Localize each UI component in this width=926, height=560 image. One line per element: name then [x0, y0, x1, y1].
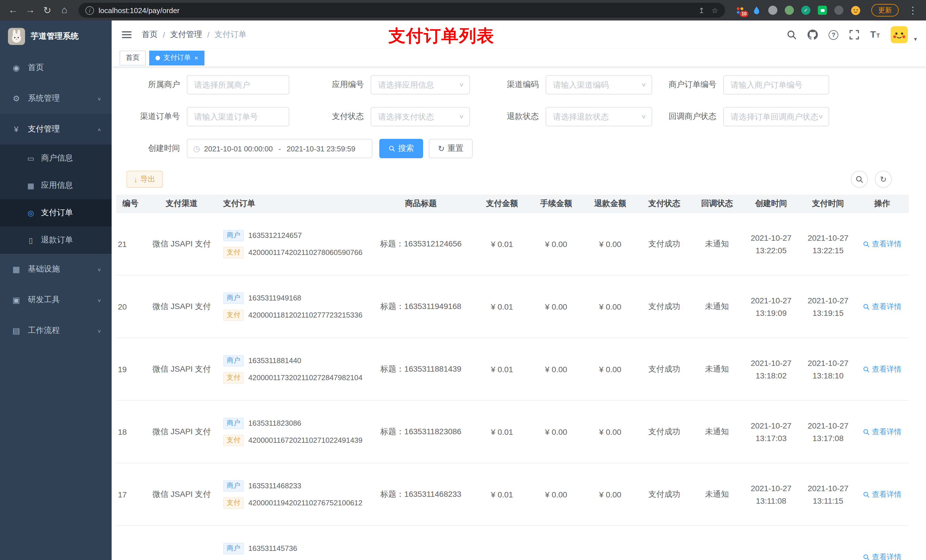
pay-status-select[interactable]: ∨ — [371, 107, 470, 126]
sidebar-item-label: 退款订单 — [41, 235, 73, 245]
address-bar[interactable]: i localhost:1024/pay/order ↥ ☆ — [79, 3, 725, 18]
sidebar-item-app-info[interactable]: ▦ 应用信息 — [0, 172, 112, 199]
extension-drop-icon[interactable] — [750, 5, 762, 16]
channel-code-filter-label: 渠道编码 — [481, 80, 546, 90]
tab-close-icon[interactable]: × — [194, 54, 198, 62]
pay-amount — [475, 526, 529, 560]
user-avatar[interactable] — [891, 26, 908, 43]
chrome-update-button[interactable]: 更新 — [872, 4, 899, 17]
channel-code-select[interactable]: ∨ — [546, 75, 652, 95]
font-size-icon[interactable]: TT — [870, 30, 880, 40]
fee-amount — [529, 526, 583, 560]
app-select[interactable]: ∨ — [371, 75, 470, 95]
pay-amount: ¥ 0.01 — [475, 213, 529, 275]
hamburger-icon[interactable] — [121, 29, 133, 41]
tab-pay-order[interactable]: 支付订单 × — [149, 50, 204, 65]
toggle-search-button[interactable] — [851, 171, 868, 188]
share-icon[interactable]: ↥ — [699, 6, 705, 15]
notify-status — [691, 526, 743, 560]
view-detail-link[interactable]: 查看详情 — [863, 301, 902, 312]
sidebar-item-refund-order[interactable]: ▯ 退款订单 — [0, 226, 112, 254]
sidebar-item-home[interactable]: ◉ 首页 — [0, 52, 112, 83]
order-id: 17 — [116, 463, 145, 525]
channel-pay-no: 4200001167202110271022491439 — [248, 436, 363, 444]
refund-amount: ¥ 0.00 — [583, 463, 637, 525]
notify-status-select[interactable]: ∨ — [723, 107, 829, 126]
notify-status-input[interactable] — [723, 107, 829, 126]
sidebar-item-pay-order[interactable]: ◎ 支付订单 — [0, 199, 112, 226]
channel-order-no-field[interactable] — [187, 107, 289, 126]
sidebar-item-pay[interactable]: ¥ 支付管理 ∧ — [0, 114, 112, 145]
fee-amount: ¥ 0.00 — [529, 338, 583, 400]
col-fee: 手续金额 — [529, 195, 583, 212]
breadcrumb-home[interactable]: 首页 — [142, 30, 158, 40]
date-start-value[interactable]: 2021-10-01 00:00:00 — [204, 144, 272, 153]
pay-amount: ¥ 0.01 — [475, 401, 529, 463]
browser-profile-icon[interactable] — [850, 5, 861, 16]
filter-row-1: 所属商户 应用编号 ∨ 渠道编码 — [123, 75, 917, 95]
merchant-select-input[interactable] — [187, 75, 289, 95]
extension-check-icon[interactable]: ✓ — [800, 5, 811, 16]
browser-back-icon[interactable]: ← — [6, 5, 21, 16]
browser-home-icon[interactable]: ⌂ — [57, 5, 72, 16]
orders-table: 编号 支付渠道 支付订单 商品标题 支付金额 手续金额 退款金额 支付状态 回调… — [116, 195, 909, 560]
order-id: 18 — [116, 401, 145, 463]
view-detail-link[interactable]: 查看详情 — [863, 364, 902, 374]
app-select-input[interactable] — [371, 75, 470, 95]
fee-amount: ¥ 0.00 — [529, 401, 583, 463]
site-info-icon[interactable]: i — [85, 6, 94, 15]
refresh-table-button[interactable]: ↻ — [875, 171, 892, 188]
export-button[interactable]: ↓ 导出 — [126, 171, 163, 188]
app-logo[interactable]: 芋道管理系统 — [0, 21, 112, 52]
merchant-order-no: 1635311881440 — [248, 356, 301, 365]
extension-green-icon[interactable] — [784, 5, 795, 16]
breadcrumb-pay-manage[interactable]: 支付管理 — [170, 30, 202, 40]
extension-pin-icon[interactable] — [833, 5, 844, 16]
screen: ← → ↻ ⌂ i localhost:1024/pay/order ↥ ☆ 1… — [0, 0, 926, 560]
breadcrumb-current: 支付订单 — [215, 30, 247, 40]
channel-order-no-input[interactable] — [187, 107, 289, 126]
extension-grid-icon[interactable]: 10 — [734, 5, 746, 16]
bookmark-star-icon[interactable]: ☆ — [711, 6, 718, 15]
create-time-range-picker[interactable]: ◷ 2021-10-01 00:00:00 - 2021-10-31 23:59… — [187, 139, 372, 158]
pay-channel: 微信 JSAPI 支付 — [145, 401, 219, 463]
browser-reload-icon[interactable]: ↻ — [40, 4, 54, 16]
col-title: 商品标题 — [367, 195, 475, 212]
github-icon[interactable] — [808, 30, 818, 40]
search-button[interactable]: 搜索 — [379, 139, 423, 158]
grid-icon: ▦ — [26, 181, 35, 190]
date-end-value[interactable]: 2021-10-31 23:59:59 — [287, 144, 356, 153]
view-detail-link[interactable]: 查看详情 — [863, 239, 902, 249]
browser-menu-icon[interactable]: ⋮ — [905, 4, 920, 16]
merchant-order-no-field[interactable] — [723, 75, 829, 95]
sidebar-item-merchant-info[interactable]: ▭ 商户信息 — [0, 145, 112, 172]
sidebar-item-system[interactable]: ⚙ 系统管理 ∨ — [0, 83, 112, 114]
search-icon[interactable] — [787, 30, 797, 40]
view-detail-link[interactable]: 查看详情 — [863, 552, 902, 560]
pay-status: 支付成功 — [637, 338, 691, 400]
infra-icon: ▦ — [11, 265, 21, 274]
channel-code-input[interactable] — [546, 75, 652, 95]
extension-chat-icon[interactable] — [817, 5, 828, 16]
refund-status-input[interactable] — [546, 107, 652, 126]
breadcrumb: 首页 / 支付管理 / 支付订单 — [142, 30, 247, 40]
refund-amount: ¥ 0.00 — [583, 401, 637, 463]
sidebar-item-workflow[interactable]: ▤ 工作流程 ∨ — [0, 315, 112, 346]
pay-time: 2021-10-27 13:19:15 — [800, 275, 856, 338]
reset-button[interactable]: ↻ 重置 — [429, 139, 472, 158]
avatar-caret-icon[interactable]: ▾ — [914, 36, 917, 43]
pay-status-input[interactable] — [371, 107, 470, 126]
browser-forward-icon[interactable]: → — [23, 5, 38, 16]
fullscreen-icon[interactable] — [849, 30, 859, 40]
extension-gray-icon[interactable] — [767, 5, 779, 16]
help-icon[interactable]: ? — [829, 30, 838, 39]
merchant-select[interactable] — [187, 75, 289, 95]
view-detail-link[interactable]: 查看详情 — [863, 427, 902, 437]
sidebar-item-devtools[interactable]: ▣ 研发工具 ∨ — [0, 285, 112, 315]
sidebar-item-infra[interactable]: ▦ 基础设施 ∨ — [0, 254, 112, 285]
view-detail-link[interactable]: 查看详情 — [863, 489, 902, 500]
workflow-icon: ▤ — [11, 326, 21, 335]
merchant-order-no-input[interactable] — [723, 75, 829, 95]
tab-home[interactable]: 首页 — [120, 50, 146, 65]
refund-status-select[interactable]: ∨ — [546, 107, 652, 126]
